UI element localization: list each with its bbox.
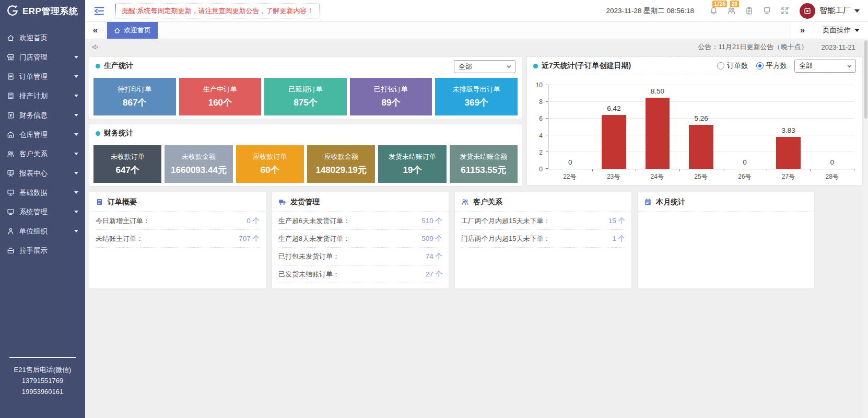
summary-row-label: 工厂两个月内超15天未下单： bbox=[461, 216, 550, 226]
collapse-menu-icon[interactable] bbox=[93, 4, 107, 18]
y-tick-label: 6 bbox=[539, 115, 543, 122]
scroll-tabs-left-button[interactable]: « bbox=[85, 22, 106, 39]
summary-row-value[interactable]: 15 个 bbox=[608, 216, 625, 226]
sidebar-item-finance[interactable]: 财务信息 bbox=[0, 106, 85, 125]
production-filter-select[interactable]: 全部 bbox=[454, 60, 515, 73]
logo-icon bbox=[5, 4, 19, 18]
sidebar-item-system[interactable]: 系统管理 bbox=[0, 202, 85, 222]
section-dot-icon bbox=[533, 64, 538, 68]
vertical-scrollbar[interactable] bbox=[864, 39, 868, 418]
support-phone-1: 13791551769 bbox=[0, 375, 85, 386]
summary-row-value[interactable]: 0 个 bbox=[247, 216, 260, 226]
summary-row-value[interactable]: 707 个 bbox=[239, 234, 260, 243]
account-chevron-down-icon[interactable] bbox=[854, 9, 860, 13]
schedule-icon bbox=[7, 92, 15, 100]
radio-square-meters[interactable]: 平方数 bbox=[756, 61, 788, 71]
chevron-down-icon bbox=[74, 191, 78, 194]
bar-chart: 0246810 06.428.505.2603.830 22号23号24号25号… bbox=[527, 76, 862, 185]
summary-row-label: 已发货未结账订单： bbox=[278, 270, 339, 279]
summary-row-value[interactable]: 1 个 bbox=[612, 234, 625, 243]
system-reminder: 提醒:系统每周定期更新，请注意查阅更新公告，了解更新内容！ bbox=[115, 4, 320, 18]
chart-slot: 0 bbox=[810, 85, 854, 169]
summary-row-value[interactable]: 74 个 bbox=[426, 252, 442, 261]
radio-icon bbox=[756, 62, 764, 69]
clipboard-button[interactable] bbox=[740, 0, 758, 22]
panel-title: 订单概要 bbox=[108, 198, 137, 207]
bar-value-label: 8.50 bbox=[636, 87, 679, 95]
order-summary-header: 订单概要 bbox=[89, 192, 266, 212]
tab-welcome-home[interactable]: 欢迎首页 bbox=[107, 22, 158, 39]
system-icon bbox=[7, 208, 15, 216]
announcement-link[interactable]: 公告：11月21日更新公告（晚十点） bbox=[698, 42, 807, 52]
user-avatar[interactable] bbox=[800, 3, 815, 19]
sidebar-item-label: 仓库管理 bbox=[19, 130, 48, 140]
sidebar-item-warehouse[interactable]: 仓库管理 bbox=[0, 125, 85, 144]
finance-stat-card[interactable]: 应收款金额148029.19元 bbox=[307, 145, 375, 183]
scroll-tabs-right-button[interactable]: » bbox=[791, 22, 814, 39]
finance-stat-card[interactable]: 发货未结账订单19个 bbox=[378, 145, 446, 183]
sidebar-item-store[interactable]: 门店管理 bbox=[0, 48, 85, 67]
stat-card-value: 61153.55元 bbox=[461, 164, 506, 176]
display-button[interactable] bbox=[758, 0, 776, 22]
stat-card-value: 369个 bbox=[464, 97, 488, 109]
app-logo[interactable]: ERP管理系统 bbox=[0, 0, 85, 22]
section-dot-icon bbox=[96, 64, 100, 68]
finance-stat-card[interactable]: 未收款金额1660093.44元 bbox=[165, 145, 232, 183]
production-stat-card[interactable]: 未排版导出订单369个 bbox=[435, 78, 518, 115]
stat-card-value: 19个 bbox=[403, 164, 422, 176]
summary-row-value[interactable]: 509 个 bbox=[421, 234, 442, 243]
sidebar-item-org[interactable]: 单位组织 bbox=[0, 222, 85, 241]
finance-stat-card[interactable]: 发货未结账金额61153.55元 bbox=[450, 145, 518, 183]
summary-row-value[interactable]: 27 个 bbox=[426, 270, 442, 279]
sidebar-footer: E21售后电话(微信) 13791551769 19953960161 bbox=[0, 357, 85, 397]
stat-card-label: 发货未结账订单 bbox=[389, 152, 436, 161]
production-stat-card[interactable]: 已延期订单875个 bbox=[264, 78, 347, 115]
x-tick-label: 28号 bbox=[810, 172, 854, 181]
summary-row: 已发货未结账订单：27 个 bbox=[278, 265, 442, 283]
scrollbar-thumb[interactable] bbox=[864, 40, 867, 119]
stat-card-value: 867个 bbox=[123, 97, 146, 109]
x-tick bbox=[810, 169, 811, 171]
summary-row-value[interactable]: 510 个 bbox=[421, 216, 442, 226]
production-stat-card[interactable]: 已打包订单89个 bbox=[350, 78, 432, 115]
radio-order-count[interactable]: 订单数 bbox=[717, 61, 748, 71]
speaker-icon[interactable] bbox=[91, 43, 100, 51]
notification-bell-button[interactable]: 1726 bbox=[705, 0, 722, 22]
production-stat-card[interactable]: 待打印订单867个 bbox=[93, 78, 176, 115]
main-content: 公告：11月21日更新公告（晚十点） 2023-11-21 生产统计 全部 待打… bbox=[85, 39, 868, 418]
summary-row-label: 生产超6天未发货订单： bbox=[278, 216, 350, 226]
y-tick-label: 10 bbox=[536, 82, 543, 89]
y-tick-label: 4 bbox=[539, 132, 543, 140]
finance-stat-card[interactable]: 应收款订单60个 bbox=[236, 145, 304, 183]
stat-card-label: 待打印订单 bbox=[118, 85, 151, 94]
sidebar-item-customer[interactable]: 客户关系 bbox=[0, 144, 85, 164]
page-actions-menu[interactable]: 页面操作 bbox=[814, 22, 868, 39]
sidebar-item-schedule[interactable]: 排产计划 bbox=[0, 86, 85, 106]
chevron-down-icon bbox=[74, 230, 78, 233]
staff-message-button[interactable]: 20 bbox=[722, 0, 740, 22]
announcement-bar: 公告：11月21日更新公告（晚十点） 2023-11-21 bbox=[85, 39, 863, 55]
home-icon bbox=[114, 27, 121, 34]
fullscreen-button[interactable] bbox=[776, 0, 793, 22]
finance-stat-card[interactable]: 未收款订单647个 bbox=[93, 145, 161, 183]
sidebar-item-label: 财务信息 bbox=[19, 111, 48, 120]
stat-card-label: 发货未结账金额 bbox=[460, 152, 507, 161]
sidebar-item-data[interactable]: 基础数据 bbox=[0, 183, 85, 202]
production-filter-value: 全部 bbox=[459, 62, 472, 72]
stat-card-label: 应收款订单 bbox=[253, 152, 287, 161]
customer-relations-header: 客户关系 bbox=[455, 192, 631, 212]
chart-slot: 5.26 bbox=[679, 85, 723, 169]
month-stats-header: 本月统计 bbox=[638, 192, 814, 212]
summary-row: 工厂两个月内超15天未下单：15 个 bbox=[461, 212, 625, 230]
y-tick-label: 8 bbox=[539, 98, 543, 106]
sidebar-item-home[interactable]: 欢迎首页 bbox=[0, 28, 85, 48]
production-stats-title: 生产统计 bbox=[104, 61, 133, 71]
account-name[interactable]: 智能工厂 bbox=[819, 6, 851, 16]
sidebar-item-handle[interactable]: 拉手展示 bbox=[0, 241, 85, 260]
sidebar-item-order[interactable]: 订单管理 bbox=[0, 67, 85, 86]
production-stat-card[interactable]: 生产中订单160个 bbox=[179, 78, 262, 115]
sidebar-item-report[interactable]: 报表中心 bbox=[0, 164, 85, 183]
chevron-down-icon bbox=[74, 56, 78, 59]
x-tick bbox=[636, 169, 636, 171]
chart-filter-select[interactable]: 全部 bbox=[794, 60, 856, 73]
